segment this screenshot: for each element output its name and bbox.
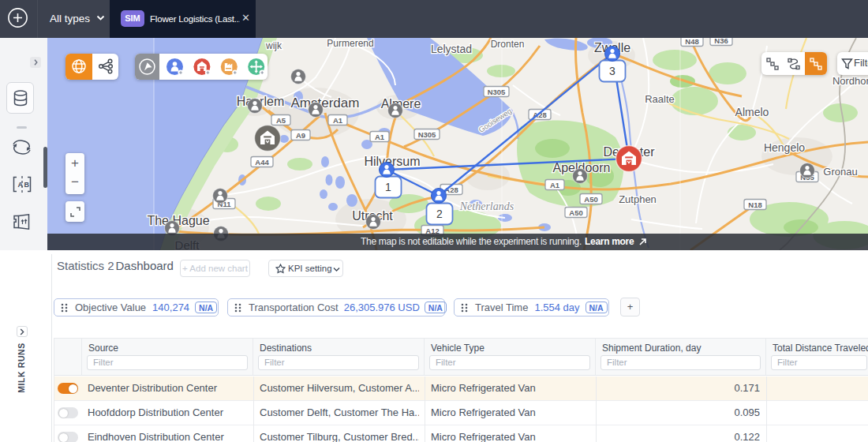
svg-text:Zutphen: Zutphen (619, 193, 657, 205)
svg-text:Lelystad: Lelystad (431, 43, 472, 55)
svg-text:Raalte: Raalte (645, 93, 675, 105)
svg-text:3: 3 (609, 65, 615, 77)
svg-text:Netherlands: Netherlands (459, 200, 514, 212)
svg-text:1: 1 (385, 181, 391, 193)
svg-text:A: A (18, 181, 24, 189)
svg-text:A44: A44 (255, 158, 269, 167)
svg-text:A1: A1 (375, 133, 385, 141)
svg-text:B: B (24, 181, 30, 189)
svg-text:N305: N305 (418, 130, 436, 139)
svg-text:Hengelo: Hengelo (764, 141, 805, 154)
svg-text:2: 2 (436, 208, 443, 220)
svg-text:A1: A1 (333, 116, 343, 125)
svg-text:A50: A50 (569, 208, 582, 217)
svg-text:Nordhorn: Nordhorn (832, 75, 868, 87)
svg-text:N18: N18 (748, 200, 761, 209)
svg-text:wijk: wijk (265, 40, 282, 51)
svg-text:N305: N305 (488, 88, 506, 96)
svg-text:N36: N36 (714, 38, 728, 45)
svg-text:Purmerend: Purmerend (327, 38, 373, 49)
svg-text:A9: A9 (296, 131, 305, 140)
svg-text:A1: A1 (550, 181, 560, 189)
svg-text:N48: N48 (685, 38, 698, 46)
svg-text:Almelo: Almelo (735, 106, 769, 118)
svg-text:A5: A5 (276, 116, 286, 125)
svg-text:Dronten: Dronten (491, 39, 525, 50)
svg-text:Gronau: Gronau (823, 166, 857, 178)
svg-text:Amsterdam: Amsterdam (291, 96, 360, 110)
svg-text:A50: A50 (584, 195, 597, 204)
